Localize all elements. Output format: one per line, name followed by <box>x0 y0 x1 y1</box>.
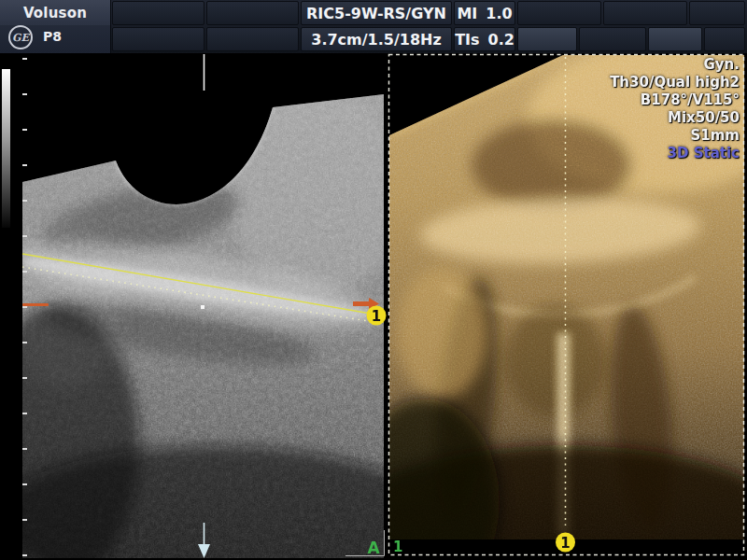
angles-label: B178°/V115° <box>610 91 740 109</box>
render-marker-number: 1 <box>560 535 570 552</box>
header-segment <box>603 1 687 25</box>
caliper-marker[interactable]: 1 <box>367 306 387 326</box>
mi-value: 1.0 <box>486 5 512 22</box>
measurement-midpoint-dot <box>201 305 204 309</box>
header-segment <box>206 27 299 51</box>
mix-label: Mix50/50 <box>610 109 740 127</box>
ultrasound-screen: Voluson GE P8 RIC5-9W-RS/GYN MI 1.0 <box>0 0 747 560</box>
mi-label: MI <box>457 5 477 22</box>
tis-segment: TIs 0.2 <box>454 27 515 51</box>
focus-marker <box>22 303 49 306</box>
b-mode-viewport[interactable]: 1 A <box>0 53 388 560</box>
settings-panel: Gyn. Th30/Qual high2 B178°/V115° Mix50/5… <box>610 56 740 162</box>
render-marker[interactable]: 1 <box>556 533 575 553</box>
header-segment <box>112 1 204 25</box>
mode-label: 3D Static <box>610 145 740 162</box>
mi-segment: MI 1.0 <box>454 1 515 25</box>
main-area: 1 A Gyn. Th30/Qual high2 B178°/V115° Mix… <box>0 53 747 560</box>
brand-panel: Voluson GE P8 <box>0 0 111 53</box>
tis-value: 0.2 <box>488 31 514 49</box>
params-segment: 3.7cm/1.5/18Hz <box>301 27 452 51</box>
header-segment <box>579 27 646 51</box>
render-3d-viewport[interactable]: Gyn. Th30/Qual high2 B178°/V115° Mix50/5… <box>388 53 747 560</box>
application-label: Gyn. <box>610 56 740 74</box>
ge-logo-icon: GE <box>8 25 33 49</box>
header-segment <box>517 27 577 51</box>
scan-params-label: 3.7cm/1.5/18Hz <box>311 31 442 49</box>
slice-label: S1mm <box>610 127 740 145</box>
header-segment <box>704 27 745 51</box>
probe-segment: RIC5-9W-RS/GYN <box>301 1 452 25</box>
b-mode-image: 1 A <box>0 53 388 560</box>
quality-label: Th30/Qual high2 <box>610 74 740 91</box>
brand-label: Voluson <box>0 0 110 25</box>
header-segment <box>517 1 601 25</box>
plane-label: A <box>367 539 380 557</box>
caliper-number: 1 <box>372 308 381 325</box>
header-segment <box>689 1 745 25</box>
tis-label: TIs <box>455 31 479 49</box>
preset-label: P8 <box>43 29 62 44</box>
header-bar: Voluson GE P8 RIC5-9W-RS/GYN MI 1.0 <box>0 0 747 54</box>
probe-label: RIC5-9W-RS/GYN <box>306 5 446 22</box>
image-number-label: 1 <box>393 539 402 555</box>
header-segment <box>112 27 204 51</box>
header-segment <box>648 27 702 51</box>
header-segment <box>206 1 299 25</box>
ge-monogram: GE <box>12 32 29 44</box>
